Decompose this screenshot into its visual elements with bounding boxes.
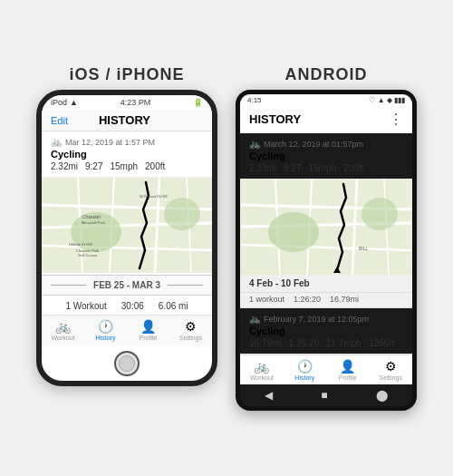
ios-stat-speed: 15mph xyxy=(110,161,138,171)
android-tab-history[interactable]: 🕐 History xyxy=(286,359,323,381)
android-history-stats-2: 16.79mi 1:26:20 11.7mph 1266ft xyxy=(249,338,403,348)
ios-status-left: iPod ▲ xyxy=(51,98,78,107)
android-nav-bar: HISTORY ⋮ xyxy=(240,106,412,133)
android-history-item-1-header: 🚲 March 12, 2019 at 01:57pm xyxy=(249,139,403,149)
svg-point-9 xyxy=(164,198,200,230)
ios-edit-button[interactable]: Edit xyxy=(51,115,68,126)
ios-tab-profile[interactable]: 👤 Profile xyxy=(130,319,167,341)
ios-status-bar: iPod ▲ 4:23 PM 🔋 xyxy=(42,95,212,110)
ios-carrier: iPod xyxy=(51,98,67,107)
ios-week-summary: 1 Workout 30:06 6.06 mi xyxy=(42,297,212,315)
ios-stat-elevation: 200ft xyxy=(145,161,165,171)
ios-map-svg: Chastain Memorial Park Hillside Dr NW Ch… xyxy=(42,178,212,273)
android-tab-workout-label: Workout xyxy=(250,374,274,381)
ios-week-label: FEB 25 - MAR 3 xyxy=(93,280,160,290)
ios-tab-profile-icon: 👤 xyxy=(140,319,156,334)
svg-text:Memorial Park: Memorial Park xyxy=(82,220,105,225)
android-tab-settings[interactable]: ⚙ Settings xyxy=(372,359,409,381)
ios-history-item-header: 🚲 Mar 12, 2019 at 1:57 PM xyxy=(51,137,203,147)
android-more-button[interactable]: ⋮ xyxy=(389,111,403,128)
android-tab-workout-icon: 🚲 xyxy=(254,359,269,374)
ios-history-item[interactable]: 🚲 Mar 12, 2019 at 1:57 PM Cycling 2.32mi… xyxy=(42,131,212,178)
svg-text:Golf Course: Golf Course xyxy=(78,253,98,257)
android-stat-elevation-1: 200ft xyxy=(343,163,363,173)
ios-status-right: 🔋 xyxy=(193,98,203,107)
ios-history-stats: 2.32mi 9:27 15mph 200ft xyxy=(51,161,203,171)
android-tab-settings-label: Settings xyxy=(380,374,402,381)
ios-history-activity: Cycling xyxy=(51,149,203,160)
android-stat-time-1: 9:27 xyxy=(284,163,301,173)
android-map: BILL xyxy=(240,180,412,275)
android-bike-icon-2: 🚲 xyxy=(249,314,260,324)
ios-week-distance: 6.06 mi xyxy=(159,301,188,311)
android-history-item-2[interactable]: 🚲 February 7, 2019 at 12:05pm Cycling 16… xyxy=(240,308,412,355)
android-home-button[interactable]: ■ xyxy=(321,389,327,402)
svg-point-25 xyxy=(361,198,398,230)
ios-tab-workout-icon: 🚲 xyxy=(55,319,71,334)
android-stat-distance-2: 16.79mi xyxy=(249,338,282,348)
divider-line-left xyxy=(51,285,86,286)
ios-nav-title: HISTORY xyxy=(99,113,150,127)
ios-nav-bar: Edit HISTORY xyxy=(42,110,212,131)
ios-phone: iPod ▲ 4:23 PM 🔋 Edit HISTORY 🚲 Mar 12, … xyxy=(36,90,217,386)
android-history-item-1[interactable]: 🚲 March 12, 2019 at 01:57pm Cycling 2.33… xyxy=(240,133,412,180)
svg-text:Chastain: Chastain xyxy=(82,214,101,219)
svg-point-24 xyxy=(268,212,319,252)
ios-tab-workout[interactable]: 🚲 Workout xyxy=(45,319,82,341)
ios-home-button[interactable] xyxy=(114,351,140,376)
ios-tab-settings-icon: ⚙ xyxy=(185,319,197,334)
android-week-time: 1:26:20 xyxy=(294,295,321,304)
ios-week-time: 30:06 xyxy=(121,301,144,311)
ios-tab-profile-label: Profile xyxy=(140,335,158,341)
android-tab-workout[interactable]: 🚲 Workout xyxy=(244,359,280,381)
ios-platform-label: iOS / iPHONE xyxy=(36,65,217,84)
android-platform-label: ANDROID xyxy=(236,65,417,84)
ios-stat-time: 9:27 xyxy=(85,161,102,171)
android-history-date-2: February 7, 2019 at 12:05pm xyxy=(264,315,369,324)
android-map-svg: BILL xyxy=(240,180,412,275)
ios-wifi-icon: ▲ xyxy=(70,98,78,107)
android-recents-button[interactable]: ⬤ xyxy=(376,389,388,402)
android-back-button[interactable]: ◀ xyxy=(265,389,273,402)
ios-tab-workout-label: Workout xyxy=(52,335,75,341)
android-stat-elevation-2: 1266ft xyxy=(369,338,394,348)
ios-tab-settings-label: Settings xyxy=(179,335,202,341)
ios-battery-icon: 🔋 xyxy=(193,98,203,107)
divider-line-right xyxy=(168,285,203,286)
ios-time: 4:23 PM xyxy=(120,98,151,107)
android-tab-profile[interactable]: 👤 Profile xyxy=(330,359,366,381)
android-week-workouts: 1 workout xyxy=(249,295,284,304)
ios-tab-settings[interactable]: ⚙ Settings xyxy=(173,319,209,341)
android-stat-speed-1: 15mph xyxy=(308,163,336,173)
android-tab-history-label: History xyxy=(294,374,314,381)
svg-text:Hillside Dr NW: Hillside Dr NW xyxy=(69,242,92,247)
android-tab-bar: 🚲 Workout 🕐 History 👤 Profile ⚙ Settings xyxy=(240,355,412,384)
android-week-distance: 16.79mi xyxy=(330,295,359,304)
android-tab-history-icon: 🕐 xyxy=(297,359,313,374)
android-stat-time-2: 1:26:20 xyxy=(289,338,319,348)
android-history-activity-1: Cycling xyxy=(249,151,403,161)
android-nav-title: HISTORY xyxy=(249,112,301,126)
android-history-stats-1: 2.33mi 9:27 15mph 200ft xyxy=(249,163,403,173)
android-status-bar: 4:15 ♡ ▲ ◆ ▮▮▮ xyxy=(240,94,412,106)
android-bottom-nav: ◀ ■ ⬤ xyxy=(240,384,412,406)
android-status-icons: ♡ ▲ ◆ ▮▮▮ xyxy=(369,96,405,104)
ios-stat-distance: 2.32mi xyxy=(51,161,78,171)
android-history-activity-2: Cycling xyxy=(249,325,403,336)
ios-tab-history-label: History xyxy=(96,335,116,341)
android-tab-settings-icon: ⚙ xyxy=(385,359,397,374)
ios-tab-bar: 🚲 Workout 🕐 History 👤 Profile ⚙ Settings xyxy=(42,315,212,346)
android-tab-profile-icon: 👤 xyxy=(340,359,355,374)
ios-home-inner xyxy=(119,355,135,372)
ios-week-workouts: 1 Workout xyxy=(65,301,106,311)
android-history-item-2-header: 🚲 February 7, 2019 at 12:05pm xyxy=(249,314,403,324)
android-tab-profile-label: Profile xyxy=(339,374,357,381)
android-stat-distance-1: 2.33mi xyxy=(249,163,276,173)
ios-week-divider: FEB 25 - MAR 3 xyxy=(42,275,212,296)
ios-tab-history-icon: 🕐 xyxy=(98,319,113,334)
ios-tab-history[interactable]: 🕐 History xyxy=(88,319,124,341)
svg-text:W Wieuca Rd NE: W Wieuca Rd NE xyxy=(140,194,168,199)
ios-bike-icon: 🚲 xyxy=(51,137,62,147)
android-status-time: 4:15 xyxy=(247,96,262,104)
svg-text:BILL: BILL xyxy=(359,246,369,251)
